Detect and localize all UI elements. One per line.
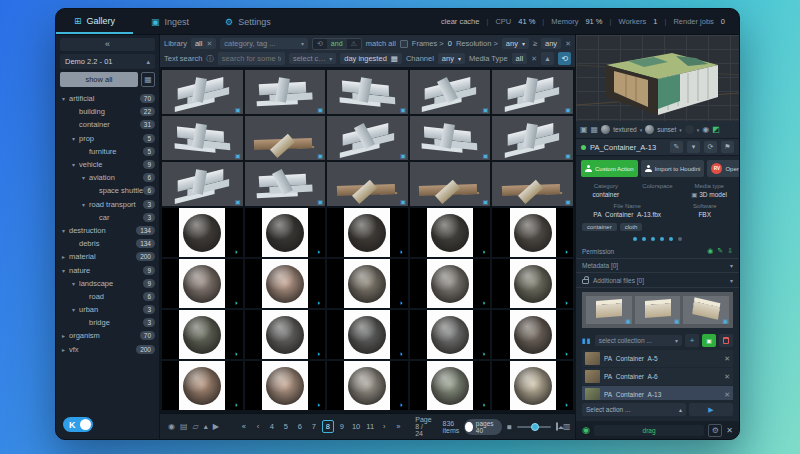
tree-item-prop[interactable]: ▾prop5 [60,132,155,145]
channel-select[interactable]: any▾ [438,53,465,64]
library-filter-chip[interactable]: all✕ [191,38,216,49]
tree-item-nature[interactable]: ▾nature9 [60,263,155,276]
3d-viewport[interactable] [576,35,739,121]
asset-thumbnail-material[interactable]: ◑ [410,310,491,359]
collapse-filters-button[interactable]: ▴ [541,52,554,65]
page-button[interactable]: 10 [350,421,362,432]
gte-select[interactable]: any [541,38,561,49]
play-icon[interactable]: ▶ [213,422,219,431]
tree-item-container[interactable]: container31 [60,118,155,131]
asset-thumbnail-material[interactable]: ◑ [492,208,573,257]
tree-item-debris[interactable]: debris134 [60,237,155,250]
tree-item-aviation[interactable]: ▾aviation6 [60,171,155,184]
close-icon[interactable]: ✕ [726,426,733,435]
tree-item-urban[interactable]: ▾urban3 [60,303,155,316]
collection-item[interactable]: PA_Container_A-5✕ [582,350,733,367]
asset-thumbnail-3d[interactable]: ▣ [327,162,408,206]
thumbnail-size-slider[interactable] [517,426,551,428]
media-type-select[interactable]: all [512,53,528,64]
grid-icon[interactable]: ▦ [591,125,599,134]
tree-item-road[interactable]: road6 [60,290,155,303]
chevron-down-icon[interactable]: ▾ [687,141,700,153]
record-icon[interactable]: ◩ [712,125,720,134]
expand-icon[interactable]: ▸ [62,346,69,353]
save-collection-button[interactable]: ▣ [702,334,716,347]
expand-icon[interactable]: ▸ [62,253,69,260]
flag-button[interactable]: ⚑ [721,141,734,153]
edit-icon[interactable]: ✎ [717,247,723,255]
info-icon[interactable]: ⓘ [206,54,214,64]
and-option[interactable]: and [327,39,347,49]
collection-item[interactable]: PA_Container_A-6✕ [582,368,733,385]
plugin-status-icon[interactable]: ◉ [582,425,590,435]
asset-thumbnail-material[interactable]: ◑ [162,361,243,410]
match-mode-toggle[interactable]: ⟲and⚠ [312,38,362,50]
slider-track[interactable] [517,426,551,428]
add-to-collection-button[interactable]: + [685,334,699,347]
asset-thumbnail-material[interactable]: ◑ [327,259,408,308]
close-icon[interactable]: ✕ [206,40,212,48]
asset-thumbnail-material[interactable]: ◑ [410,361,491,410]
tab-ingest[interactable]: ▣ Ingest [133,9,207,34]
asset-thumbnail-3d[interactable]: ▣ [245,162,326,206]
page-button[interactable]: 4 [266,421,278,432]
view-icon[interactable]: ◉ [707,247,713,255]
delete-collection-button[interactable] [719,334,733,347]
category-tag-input[interactable]: category, tag ...▾ [220,38,308,49]
drag-handle[interactable]: drag [594,425,704,436]
asset-thumbnail-3d[interactable]: ▣ [410,116,491,160]
page-dot[interactable] [651,237,655,241]
asset-thumbnail-3d[interactable]: ▣ [410,70,491,114]
collection-select[interactable]: select collection ...▾ [595,335,682,346]
page-dot[interactable] [669,237,673,241]
tree-item-organism[interactable]: ▸organism70 [60,329,155,342]
chevron-down-icon[interactable]: ▾ [675,337,678,344]
chevron-up-icon[interactable]: ▴ [204,422,208,431]
tag-chip[interactable]: container [582,223,617,231]
match-all-checkbox[interactable] [400,40,408,48]
image-icon[interactable]: ▣ [580,125,588,134]
tab-gallery[interactable]: ⊞ Gallery [56,9,133,34]
asset-thumbnail-3d[interactable]: ▣ [162,70,243,114]
page-button[interactable]: 7 [308,421,320,432]
open-in-rv-button[interactable]: RVOpen in RV [707,160,740,177]
asset-thumbnail-material[interactable]: ◑ [245,259,326,308]
expand-icon[interactable]: ▸ [62,332,69,339]
asset-thumbnail-3d[interactable]: ▣ [245,116,326,160]
calendar-icon[interactable]: ▦ [391,54,398,63]
warning-icon[interactable]: ⚠ [347,39,361,49]
chevron-up-icon[interactable]: ▴ [679,406,682,413]
tree-item-furniture[interactable]: furniture5 [60,145,155,158]
pause-icon[interactable]: ▮▮ [582,337,592,345]
asset-thumbnail-material[interactable]: ◑ [162,259,243,308]
expand-icon[interactable]: ▾ [72,161,79,168]
edit-button[interactable]: ✎ [670,141,683,153]
camera-icon[interactable]: ◉ [702,125,709,134]
gear-icon[interactable]: ⚙ [708,424,722,437]
layout-icon[interactable]: ▥ [563,422,571,431]
asset-thumbnail-material[interactable]: ◑ [245,310,326,359]
chevron-down-icon[interactable]: ▾ [730,262,733,269]
asset-thumbnail-3d[interactable]: ▣ [410,162,491,206]
project-selector[interactable]: Demo 2.2 - 01 ▴ [60,54,155,69]
app-logo-toggle[interactable]: K [63,417,93,432]
chevron-down-icon[interactable]: ▾ [679,127,682,133]
additional-files-section[interactable]: Additional files [0] ▾ [576,273,739,288]
tree-item-material[interactable]: ▸material200 [60,250,155,263]
related-thumbnail[interactable]: ▣ [683,296,729,324]
asset-thumbnail-3d[interactable]: ▣ [245,70,326,114]
expand-icon[interactable]: ▾ [72,306,79,313]
asset-thumbnail-material[interactable]: ◑ [327,208,408,257]
asset-thumbnail-material[interactable]: ◑ [245,208,326,257]
asset-thumbnail-material[interactable]: ◑ [410,259,491,308]
metadata-section[interactable]: Metadata [0] ▾ [576,259,739,273]
asset-thumbnail-material[interactable]: ◑ [492,259,573,308]
asset-thumbnail-material[interactable]: ◑ [410,208,491,257]
expand-icon[interactable]: ▾ [82,201,89,208]
tree-item-landscape[interactable]: ▾landscape9 [60,277,155,290]
chevron-down-icon[interactable]: ▾ [697,127,700,133]
chevron-down-icon[interactable]: ▾ [730,277,733,284]
prev-page-button[interactable]: ‹ [252,421,264,432]
chevron-down-icon[interactable]: ▾ [640,127,643,133]
custom-action-button[interactable]: Custom Action [581,160,638,177]
